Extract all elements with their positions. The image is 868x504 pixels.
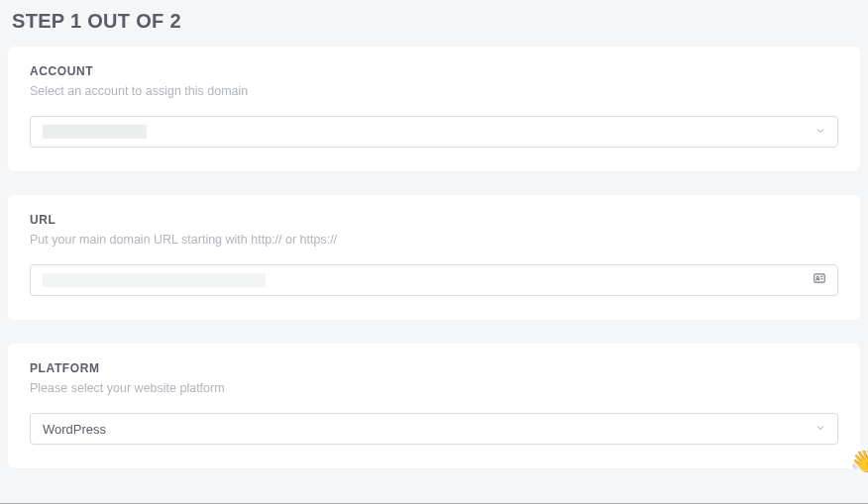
account-description: Select an account to assign this domain <box>30 84 838 98</box>
step-title: STEP 1 OUT OF 2 <box>8 10 860 33</box>
url-description: Put your main domain URL starting with h… <box>30 233 838 247</box>
url-label: URL <box>30 213 838 227</box>
account-card: ACCOUNT Select an account to assign this… <box>8 47 860 171</box>
svg-point-1 <box>816 276 818 278</box>
svg-rect-0 <box>814 274 825 282</box>
platform-selected-value: WordPress <box>43 422 106 437</box>
chat-widget[interactable]: 👋 <box>846 451 868 486</box>
platform-description: Please select your website platform <box>30 381 838 395</box>
platform-card: PLATFORM Please select your website plat… <box>8 344 860 468</box>
platform-label: PLATFORM <box>30 361 838 375</box>
account-selected-redacted <box>43 125 147 139</box>
url-card: URL Put your main domain URL starting wi… <box>8 195 860 320</box>
platform-select[interactable]: WordPress <box>30 413 838 445</box>
wave-icon: 👋 <box>850 451 868 472</box>
account-label: ACCOUNT <box>30 64 838 78</box>
url-input[interactable] <box>30 264 838 296</box>
contact-card-icon <box>813 271 826 289</box>
url-value-redacted <box>43 273 266 287</box>
account-select[interactable] <box>30 116 838 148</box>
